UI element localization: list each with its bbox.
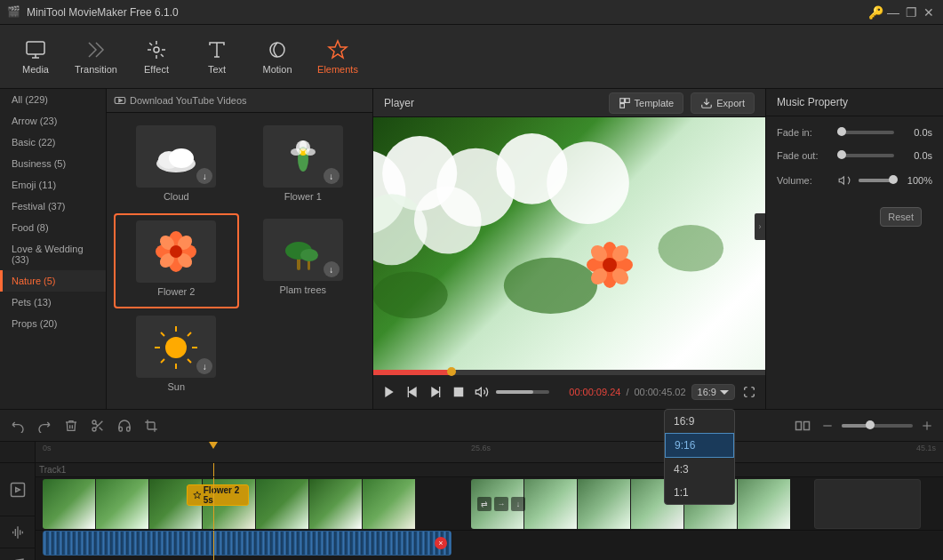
template-icon — [619, 97, 631, 109]
svg-rect-0 — [27, 42, 44, 54]
element-palmtrees[interactable]: ↓ Plam trees — [241, 213, 366, 308]
toolbar-effect[interactable]: Effect — [128, 28, 185, 85]
reset-btn[interactable]: Reset — [880, 207, 922, 227]
element-cloud[interactable]: ↓ Cloud — [114, 120, 239, 212]
close-btn[interactable]: ✕ — [922, 5, 936, 20]
volume-slider[interactable] — [496, 390, 549, 394]
stop-btn[interactable] — [450, 383, 468, 401]
split-btn[interactable] — [792, 415, 813, 436]
flower2-timeline-clip[interactable]: Flower 2 5s — [187, 484, 249, 506]
export-btn[interactable]: Export — [691, 92, 755, 114]
template-btn[interactable]: Template — [609, 92, 684, 114]
audio-clip[interactable]: × — [43, 531, 452, 556]
elements-icon — [327, 39, 348, 60]
flower1-download-btn[interactable]: ↓ — [324, 168, 340, 184]
video-track-icon — [10, 482, 26, 498]
category-festival[interactable]: Festival (37) — [0, 196, 106, 217]
cloud-download-btn[interactable]: ↓ — [196, 168, 212, 184]
svg-point-2 — [270, 43, 284, 57]
audio-btn[interactable] — [114, 415, 135, 436]
category-love-wedding[interactable]: Love & Wedding (33) — [0, 238, 106, 270]
aspect-ratio-dropdown[interactable]: 16:9 — [691, 384, 735, 400]
delete-btn[interactable] — [60, 415, 82, 436]
youtube-icon — [114, 94, 126, 107]
category-food[interactable]: Food (8) — [0, 217, 106, 238]
prev-btn[interactable] — [404, 383, 421, 401]
fade-in-handle[interactable] — [837, 127, 846, 136]
music-property-header: Music Property — [766, 89, 943, 116]
toolbar-media[interactable]: Media — [7, 28, 64, 85]
video-clip-3[interactable] — [814, 479, 921, 529]
category-emoji[interactable]: Emoji (11) — [0, 174, 106, 196]
zoom-controls — [792, 415, 936, 436]
next-btn[interactable] — [427, 383, 444, 401]
category-pets[interactable]: Pets (13) — [0, 292, 106, 313]
zoom-in-btn[interactable] — [918, 417, 936, 435]
mute-btn[interactable] — [473, 383, 491, 401]
svg-point-28 — [300, 249, 318, 261]
category-props[interactable]: Props (20) — [0, 313, 106, 334]
flower2-clip-label: Flower 2 5s — [204, 485, 243, 505]
transition-icon — [85, 39, 107, 60]
svg-point-51 — [658, 225, 723, 272]
svg-marker-5 — [119, 99, 123, 102]
thumb-6 — [309, 479, 363, 529]
element-sun[interactable]: ↓ Sun — [114, 310, 239, 402]
swap-btn[interactable]: ⇄ — [477, 497, 491, 511]
fade-in-label: Fade in: — [777, 127, 830, 138]
cut-btn[interactable] — [87, 415, 108, 436]
player-title: Player — [384, 97, 602, 109]
maximize-btn[interactable]: ❐ — [904, 5, 918, 20]
audio-delete-btn[interactable]: × — [435, 537, 447, 549]
crop-btn[interactable] — [140, 415, 162, 436]
progress-handle[interactable] — [447, 367, 456, 376]
fade-in-slider[interactable] — [837, 131, 894, 134]
key-icon[interactable]: 🔑 — [868, 5, 883, 20]
category-nature[interactable]: Nature (5) — [0, 270, 106, 292]
element-palmtrees-thumb: ↓ — [263, 219, 343, 281]
aspect-option-4-3[interactable]: 4:3 — [665, 458, 734, 481]
download-bar[interactable]: Download YouTube Videos — [107, 89, 372, 113]
aspect-option-1-1[interactable]: 1:1 — [665, 481, 734, 504]
minimize-btn[interactable]: — — [886, 5, 900, 20]
redo-btn[interactable] — [34, 415, 55, 436]
move-right-btn[interactable]: → — [494, 497, 508, 511]
sun-download-btn[interactable]: ↓ — [196, 358, 212, 374]
svg-marker-3 — [329, 41, 347, 58]
zoom-handle[interactable] — [866, 420, 875, 429]
fade-out-handle[interactable] — [837, 150, 846, 159]
category-business[interactable]: Business (5) — [0, 153, 106, 174]
element-flower1[interactable]: ↓ Flower 1 — [241, 120, 366, 212]
svg-marker-69 — [720, 390, 729, 395]
progress-bar[interactable] — [373, 370, 765, 375]
volume-icon[interactable] — [837, 173, 851, 188]
volume-handle[interactable] — [889, 175, 898, 184]
volume-slider-prop[interactable] — [859, 179, 894, 182]
fullscreen-btn[interactable] — [740, 383, 758, 401]
element-sun-thumb: ↓ — [136, 316, 216, 378]
aspect-option-9-16[interactable]: 9:16 — [665, 433, 734, 458]
category-all[interactable]: All (229) — [0, 89, 106, 110]
zoom-slider[interactable] — [842, 424, 913, 428]
toolbar-transition[interactable]: Transition — [68, 28, 124, 85]
undo-btn[interactable] — [7, 415, 28, 436]
svg-marker-63 — [408, 387, 416, 397]
toolbar-text[interactable]: Text — [188, 28, 245, 85]
category-arrow[interactable]: Arrow (23) — [0, 110, 106, 132]
svg-line-37 — [161, 359, 164, 363]
playhead-triangle — [209, 442, 218, 449]
panel-collapse-btn[interactable]: › — [755, 213, 765, 240]
play-btn[interactable] — [380, 383, 398, 401]
toolbar-motion[interactable]: Motion — [249, 28, 306, 85]
move-down-btn[interactable]: ↓ — [511, 497, 525, 511]
zoom-out-btn[interactable] — [819, 417, 836, 435]
fade-out-slider[interactable] — [837, 154, 894, 157]
aspect-option-16-9[interactable]: 16:9 — [665, 410, 734, 433]
category-basic[interactable]: Basic (22) — [0, 132, 106, 153]
toolbar-elements[interactable]: Elements — [309, 28, 366, 85]
svg-rect-66 — [439, 387, 440, 397]
thumb-5 — [256, 479, 309, 529]
thumb-2 — [96, 479, 149, 529]
palmtrees-download-btn[interactable]: ↓ — [324, 261, 340, 277]
element-flower2[interactable]: Flower 2 — [114, 213, 239, 308]
